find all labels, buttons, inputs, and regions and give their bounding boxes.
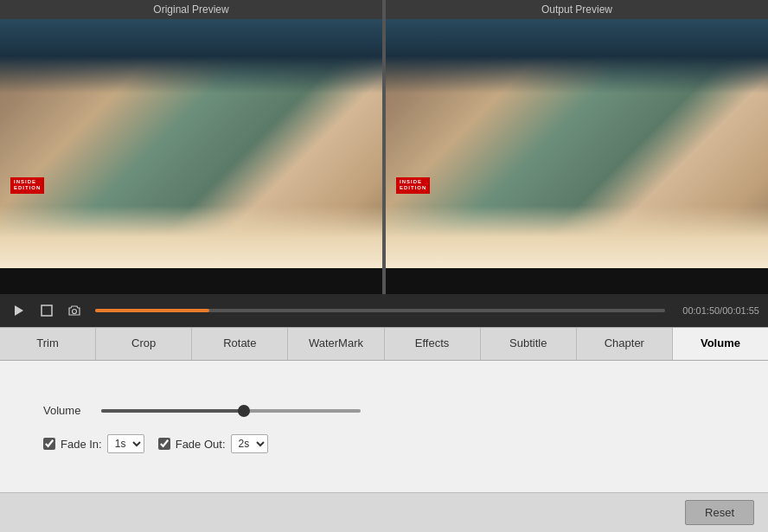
output-video-content: INSIDE EDITION [386,19,768,268]
tab-subtitle[interactable]: Subtitle [481,328,577,360]
fade-in-select[interactable]: 1s 2s 3s 5s [107,434,144,453]
time-display: 00:01:50/00:01:55 [682,305,759,316]
fade-out-select[interactable]: 1s 2s 3s 5s [231,434,268,453]
fade-row: Fade In: 1s 2s 3s 5s Fade Out: 1s 2s 3s [43,434,725,453]
volume-slider-fill [101,409,244,413]
original-black-bar [0,268,382,294]
fade-in-checkbox[interactable] [43,438,55,450]
fade-in-label: Fade In: [61,438,102,451]
tab-bar: Trim Crop Rotate WaterMark Effects Subti… [0,327,768,361]
tab-trim[interactable]: Trim [0,328,96,360]
progress-bar[interactable] [95,309,665,312]
crop-button[interactable] [36,302,57,319]
svg-rect-1 [42,305,52,316]
tab-effects[interactable]: Effects [385,328,481,360]
output-watermark: INSIDE EDITION [396,177,430,193]
tab-crop[interactable]: Crop [96,328,192,360]
output-video-frame: INSIDE EDITION [386,19,768,268]
fade-out-checkbox[interactable] [158,438,170,450]
tab-chapter[interactable]: Chapter [577,328,673,360]
original-watermark: INSIDE EDITION [10,177,44,193]
output-watermark-line1: INSIDE [400,179,426,185]
output-preview-panel: Output Preview INSIDE EDITION [386,0,768,294]
controls-bar: 00:01:50/00:01:55 [0,294,768,327]
volume-thumb [238,405,250,417]
bottom-bar: Reset [0,492,768,532]
svg-point-2 [73,310,77,314]
tab-rotate[interactable]: Rotate [192,328,288,360]
fade-in-group: Fade In: 1s 2s 3s 5s [43,434,144,453]
tab-watermark[interactable]: WaterMark [288,328,384,360]
original-video-content: INSIDE EDITION [0,19,382,268]
main-container: Original Preview INSIDE EDITION Output P… [0,0,768,532]
crop-icon [40,304,54,317]
fade-out-label: Fade Out: [176,438,226,451]
snapshot-button[interactable] [64,302,85,319]
original-video-frame: INSIDE EDITION [0,19,382,268]
fade-out-group: Fade Out: 1s 2s 3s 5s [158,434,268,453]
camera-icon [67,304,81,317]
original-preview-panel: Original Preview INSIDE EDITION [0,0,382,294]
play-button[interactable] [9,302,29,319]
tab-volume[interactable]: Volume [673,328,768,360]
volume-label: Volume [43,404,91,417]
reset-button[interactable]: Reset [685,500,754,525]
play-icon [12,304,26,317]
progress-fill [95,309,209,312]
preview-area: Original Preview INSIDE EDITION Output P… [0,0,768,294]
watermark-line1: INSIDE [14,179,41,185]
output-preview-label: Output Preview [386,0,768,19]
output-watermark-line2: EDITION [400,185,426,191]
volume-section: Volume Fade In: 1s 2s 3s 5s [26,378,742,479]
svg-marker-0 [15,305,23,316]
watermark-line2: EDITION [14,185,41,191]
output-black-bar [386,268,768,294]
volume-row: Volume [43,404,725,417]
original-preview-label: Original Preview [0,0,382,19]
volume-slider[interactable] [101,409,361,413]
